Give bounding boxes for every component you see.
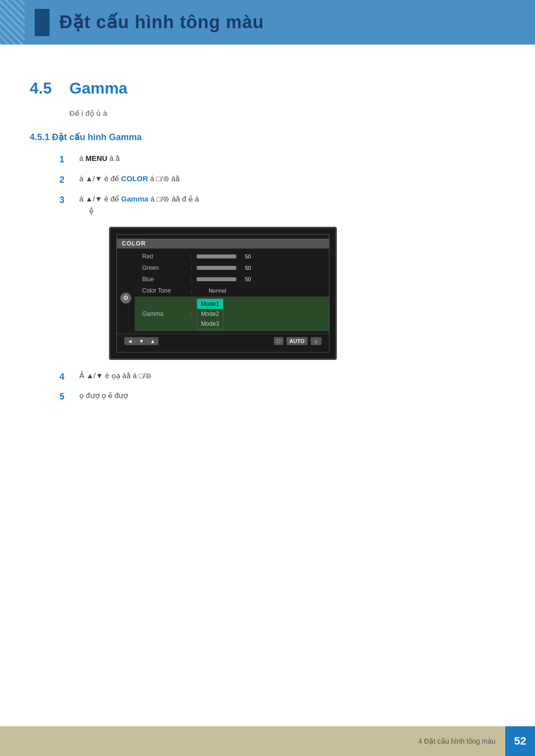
osd-settings-icon: ⚙ xyxy=(120,293,131,303)
osd-gamma-mode2: Mode2 xyxy=(197,309,223,319)
step-1: 1 á MENU à å xyxy=(59,152,505,167)
section-heading: 4.5 Gamma xyxy=(30,79,505,98)
step-2: 2 á ▲/▼ è đế COLOR á □/⊜ àå xyxy=(59,173,505,187)
page-footer: 4 Đặt cấu hình tông màu 52 xyxy=(0,726,535,756)
step-4-text: Ả ▲/▼ è ọạ àå á □/⊜ xyxy=(79,370,505,382)
osd-gamma-dropdown: Mode1 Mode2 Mode3 xyxy=(197,299,224,329)
osd-bar-red: 50 xyxy=(197,253,251,259)
monitor-screen: COLOR ⚙ Red : xyxy=(109,227,337,360)
step-4-number: 4 xyxy=(59,370,74,384)
osd-row-colortone: Color Tone : Normal xyxy=(135,285,329,297)
osd-nav-bar: ◄ ▼ ▲ □ AUTO ☼ xyxy=(117,334,329,348)
osd-label-colortone: Color Tone xyxy=(142,287,187,294)
step-2-number: 2 xyxy=(59,173,74,187)
osd-label-green: Green xyxy=(142,264,187,271)
osd-nav-power: ☼ xyxy=(311,337,321,345)
footer-page-number: 52 xyxy=(505,726,535,756)
osd-nav-left: ◄ xyxy=(124,337,136,345)
osd-value-green: 50 xyxy=(239,265,251,271)
step-1-number: 1 xyxy=(59,152,74,167)
step-3-text: á ▲/▼ è để Gamma á □/⊜ àå đ ẽ á ệ xyxy=(79,193,505,217)
osd-gamma-mode1: Mode1 xyxy=(197,299,223,309)
osd-menu: COLOR ⚙ Red : xyxy=(116,234,329,353)
osd-label-blue: Blue xyxy=(142,276,187,283)
step-5-text: ọ đượ ọ ẽ đượ xyxy=(79,390,505,402)
section-title: Gamma xyxy=(69,79,127,98)
step-3: 3 á ▲/▼ è để Gamma á □/⊜ àå đ ẽ á ệ xyxy=(59,193,505,217)
page-header: Đặt cấu hình tông màu xyxy=(0,0,535,45)
osd-row-gamma: Gamma : Mode1 Mode2 Mode3 xyxy=(135,297,329,331)
osd-value-red: 50 xyxy=(239,253,251,259)
main-content: 4.5 Gamma Đề ì độ ủ à 4.5.1 Đặt cấu hình… xyxy=(0,45,535,459)
page-title: Đặt cấu hình tông màu xyxy=(59,12,264,33)
osd-bar-blue: 50 xyxy=(197,276,251,282)
step-2-text: á ▲/▼ è đế COLOR á □/⊜ àå xyxy=(79,173,505,185)
osd-nav-enter: □ xyxy=(274,337,283,345)
step-5: 5 ọ đượ ọ ẽ đượ xyxy=(59,390,505,404)
osd-nav-down: ▼ xyxy=(136,337,147,345)
osd-row-red: Red : 50 xyxy=(135,251,329,262)
osd-bar-green: 50 xyxy=(197,265,251,271)
osd-label-gamma: Gamma xyxy=(142,310,187,317)
osd-label-red: Red xyxy=(142,253,187,260)
osd-nav-up: ▲ xyxy=(147,337,159,345)
osd-row-green: Green : 50 xyxy=(135,262,329,274)
header-accent-block xyxy=(35,9,50,36)
osd-title-bar: COLOR xyxy=(117,239,329,249)
step-5-number: 5 xyxy=(59,390,74,404)
osd-monitor-container: COLOR ⚙ Red : xyxy=(99,227,347,360)
osd-row-blue: Blue : 50 xyxy=(135,274,329,285)
steps-list: 1 á MENU à å 2 á ▲/▼ è đế COLOR á □/⊜ àå… xyxy=(59,152,505,404)
step-1-text: á MENU à å xyxy=(79,152,505,164)
footer-text: 4 Đặt cấu hình tông màu xyxy=(418,737,495,745)
step-3-number: 3 xyxy=(59,193,74,207)
section-number: 4.5 xyxy=(30,79,59,98)
osd-value-colortone: Normal xyxy=(197,288,226,294)
subsection-heading: 4.5.1 Đặt cấu hình Gamma xyxy=(30,132,505,143)
step-4: 4 Ả ▲/▼ è ọạ àå á □/⊜ xyxy=(59,370,505,384)
osd-gamma-mode3: Mode3 xyxy=(197,319,223,329)
osd-value-blue: 50 xyxy=(239,276,251,282)
osd-nav-auto: AUTO xyxy=(286,337,308,345)
section-description: Đề ì độ ủ à xyxy=(69,107,505,119)
